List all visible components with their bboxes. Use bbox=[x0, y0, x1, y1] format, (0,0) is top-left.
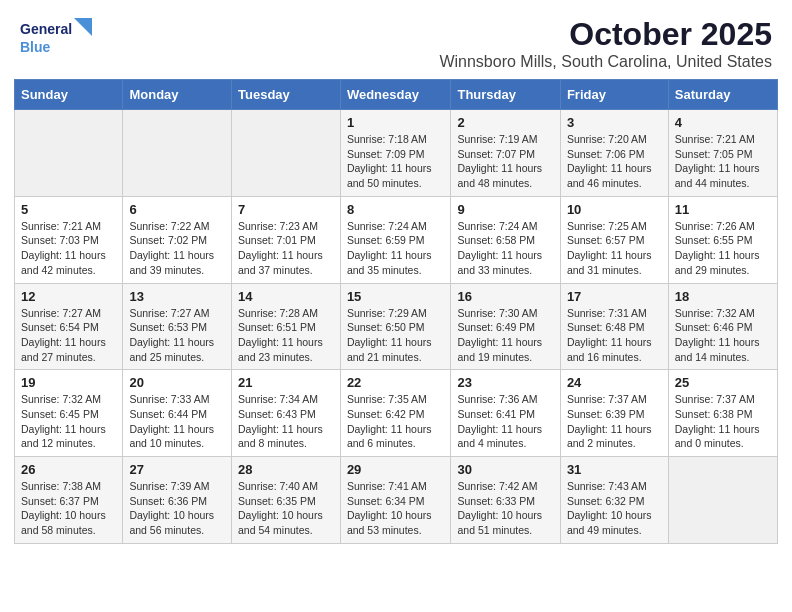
day-number: 5 bbox=[21, 202, 116, 217]
weekday-header: Wednesday bbox=[340, 80, 451, 110]
calendar-cell: 10Sunrise: 7:25 AM Sunset: 6:57 PM Dayli… bbox=[560, 196, 668, 283]
calendar-cell: 4Sunrise: 7:21 AM Sunset: 7:05 PM Daylig… bbox=[668, 110, 777, 197]
page-header: General Blue October 2025 Winnsboro Mill… bbox=[0, 0, 792, 79]
calendar-cell: 1Sunrise: 7:18 AM Sunset: 7:09 PM Daylig… bbox=[340, 110, 451, 197]
day-info: Sunrise: 7:43 AM Sunset: 6:32 PM Dayligh… bbox=[567, 479, 662, 538]
calendar-cell: 11Sunrise: 7:26 AM Sunset: 6:55 PM Dayli… bbox=[668, 196, 777, 283]
weekday-header: Tuesday bbox=[232, 80, 341, 110]
day-number: 9 bbox=[457, 202, 553, 217]
calendar-cell: 9Sunrise: 7:24 AM Sunset: 6:58 PM Daylig… bbox=[451, 196, 560, 283]
calendar-cell: 16Sunrise: 7:30 AM Sunset: 6:49 PM Dayli… bbox=[451, 283, 560, 370]
day-info: Sunrise: 7:24 AM Sunset: 6:58 PM Dayligh… bbox=[457, 219, 553, 278]
day-number: 8 bbox=[347, 202, 445, 217]
day-info: Sunrise: 7:41 AM Sunset: 6:34 PM Dayligh… bbox=[347, 479, 445, 538]
day-number: 21 bbox=[238, 375, 334, 390]
location-title: Winnsboro Mills, South Carolina, United … bbox=[439, 53, 772, 71]
calendar-cell: 25Sunrise: 7:37 AM Sunset: 6:38 PM Dayli… bbox=[668, 370, 777, 457]
day-number: 19 bbox=[21, 375, 116, 390]
day-number: 23 bbox=[457, 375, 553, 390]
calendar-cell: 14Sunrise: 7:28 AM Sunset: 6:51 PM Dayli… bbox=[232, 283, 341, 370]
calendar-wrapper: SundayMondayTuesdayWednesdayThursdayFrid… bbox=[0, 79, 792, 558]
day-number: 29 bbox=[347, 462, 445, 477]
calendar-cell: 7Sunrise: 7:23 AM Sunset: 7:01 PM Daylig… bbox=[232, 196, 341, 283]
day-info: Sunrise: 7:35 AM Sunset: 6:42 PM Dayligh… bbox=[347, 392, 445, 451]
calendar-cell: 3Sunrise: 7:20 AM Sunset: 7:06 PM Daylig… bbox=[560, 110, 668, 197]
day-number: 10 bbox=[567, 202, 662, 217]
day-info: Sunrise: 7:18 AM Sunset: 7:09 PM Dayligh… bbox=[347, 132, 445, 191]
day-info: Sunrise: 7:33 AM Sunset: 6:44 PM Dayligh… bbox=[129, 392, 225, 451]
day-info: Sunrise: 7:32 AM Sunset: 6:45 PM Dayligh… bbox=[21, 392, 116, 451]
logo-icon: General Blue bbox=[20, 16, 100, 60]
weekday-header: Friday bbox=[560, 80, 668, 110]
calendar-cell: 30Sunrise: 7:42 AM Sunset: 6:33 PM Dayli… bbox=[451, 457, 560, 544]
calendar-cell bbox=[15, 110, 123, 197]
calendar-row: 5Sunrise: 7:21 AM Sunset: 7:03 PM Daylig… bbox=[15, 196, 778, 283]
calendar-row: 26Sunrise: 7:38 AM Sunset: 6:37 PM Dayli… bbox=[15, 457, 778, 544]
day-info: Sunrise: 7:30 AM Sunset: 6:49 PM Dayligh… bbox=[457, 306, 553, 365]
svg-text:Blue: Blue bbox=[20, 39, 51, 55]
day-info: Sunrise: 7:36 AM Sunset: 6:41 PM Dayligh… bbox=[457, 392, 553, 451]
day-number: 4 bbox=[675, 115, 771, 130]
day-number: 12 bbox=[21, 289, 116, 304]
svg-text:General: General bbox=[20, 21, 72, 37]
day-info: Sunrise: 7:24 AM Sunset: 6:59 PM Dayligh… bbox=[347, 219, 445, 278]
svg-marker-1 bbox=[74, 18, 92, 36]
calendar-row: 19Sunrise: 7:32 AM Sunset: 6:45 PM Dayli… bbox=[15, 370, 778, 457]
day-info: Sunrise: 7:29 AM Sunset: 6:50 PM Dayligh… bbox=[347, 306, 445, 365]
day-number: 3 bbox=[567, 115, 662, 130]
day-number: 26 bbox=[21, 462, 116, 477]
calendar-cell: 19Sunrise: 7:32 AM Sunset: 6:45 PM Dayli… bbox=[15, 370, 123, 457]
day-info: Sunrise: 7:31 AM Sunset: 6:48 PM Dayligh… bbox=[567, 306, 662, 365]
calendar-cell: 24Sunrise: 7:37 AM Sunset: 6:39 PM Dayli… bbox=[560, 370, 668, 457]
calendar-cell: 17Sunrise: 7:31 AM Sunset: 6:48 PM Dayli… bbox=[560, 283, 668, 370]
weekday-header-row: SundayMondayTuesdayWednesdayThursdayFrid… bbox=[15, 80, 778, 110]
weekday-header: Saturday bbox=[668, 80, 777, 110]
day-info: Sunrise: 7:25 AM Sunset: 6:57 PM Dayligh… bbox=[567, 219, 662, 278]
day-info: Sunrise: 7:37 AM Sunset: 6:39 PM Dayligh… bbox=[567, 392, 662, 451]
calendar-cell bbox=[232, 110, 341, 197]
day-number: 27 bbox=[129, 462, 225, 477]
day-number: 22 bbox=[347, 375, 445, 390]
day-info: Sunrise: 7:21 AM Sunset: 7:05 PM Dayligh… bbox=[675, 132, 771, 191]
calendar-cell: 31Sunrise: 7:43 AM Sunset: 6:32 PM Dayli… bbox=[560, 457, 668, 544]
calendar-cell bbox=[123, 110, 232, 197]
day-number: 13 bbox=[129, 289, 225, 304]
calendar-cell: 5Sunrise: 7:21 AM Sunset: 7:03 PM Daylig… bbox=[15, 196, 123, 283]
day-number: 16 bbox=[457, 289, 553, 304]
calendar-cell: 6Sunrise: 7:22 AM Sunset: 7:02 PM Daylig… bbox=[123, 196, 232, 283]
calendar-cell: 26Sunrise: 7:38 AM Sunset: 6:37 PM Dayli… bbox=[15, 457, 123, 544]
day-number: 7 bbox=[238, 202, 334, 217]
day-info: Sunrise: 7:23 AM Sunset: 7:01 PM Dayligh… bbox=[238, 219, 334, 278]
day-info: Sunrise: 7:38 AM Sunset: 6:37 PM Dayligh… bbox=[21, 479, 116, 538]
day-info: Sunrise: 7:28 AM Sunset: 6:51 PM Dayligh… bbox=[238, 306, 334, 365]
day-number: 28 bbox=[238, 462, 334, 477]
calendar-cell: 15Sunrise: 7:29 AM Sunset: 6:50 PM Dayli… bbox=[340, 283, 451, 370]
calendar-cell: 22Sunrise: 7:35 AM Sunset: 6:42 PM Dayli… bbox=[340, 370, 451, 457]
day-info: Sunrise: 7:37 AM Sunset: 6:38 PM Dayligh… bbox=[675, 392, 771, 451]
day-info: Sunrise: 7:21 AM Sunset: 7:03 PM Dayligh… bbox=[21, 219, 116, 278]
calendar-cell bbox=[668, 457, 777, 544]
day-number: 14 bbox=[238, 289, 334, 304]
day-number: 18 bbox=[675, 289, 771, 304]
day-info: Sunrise: 7:42 AM Sunset: 6:33 PM Dayligh… bbox=[457, 479, 553, 538]
calendar-row: 1Sunrise: 7:18 AM Sunset: 7:09 PM Daylig… bbox=[15, 110, 778, 197]
calendar-cell: 12Sunrise: 7:27 AM Sunset: 6:54 PM Dayli… bbox=[15, 283, 123, 370]
day-info: Sunrise: 7:40 AM Sunset: 6:35 PM Dayligh… bbox=[238, 479, 334, 538]
day-number: 2 bbox=[457, 115, 553, 130]
day-info: Sunrise: 7:19 AM Sunset: 7:07 PM Dayligh… bbox=[457, 132, 553, 191]
day-info: Sunrise: 7:22 AM Sunset: 7:02 PM Dayligh… bbox=[129, 219, 225, 278]
day-number: 6 bbox=[129, 202, 225, 217]
calendar-cell: 13Sunrise: 7:27 AM Sunset: 6:53 PM Dayli… bbox=[123, 283, 232, 370]
day-info: Sunrise: 7:39 AM Sunset: 6:36 PM Dayligh… bbox=[129, 479, 225, 538]
weekday-header: Sunday bbox=[15, 80, 123, 110]
weekday-header: Thursday bbox=[451, 80, 560, 110]
day-info: Sunrise: 7:27 AM Sunset: 6:53 PM Dayligh… bbox=[129, 306, 225, 365]
day-number: 25 bbox=[675, 375, 771, 390]
calendar-cell: 20Sunrise: 7:33 AM Sunset: 6:44 PM Dayli… bbox=[123, 370, 232, 457]
day-number: 30 bbox=[457, 462, 553, 477]
day-info: Sunrise: 7:20 AM Sunset: 7:06 PM Dayligh… bbox=[567, 132, 662, 191]
calendar-cell: 28Sunrise: 7:40 AM Sunset: 6:35 PM Dayli… bbox=[232, 457, 341, 544]
day-number: 20 bbox=[129, 375, 225, 390]
calendar-cell: 29Sunrise: 7:41 AM Sunset: 6:34 PM Dayli… bbox=[340, 457, 451, 544]
logo: General Blue bbox=[20, 16, 100, 60]
